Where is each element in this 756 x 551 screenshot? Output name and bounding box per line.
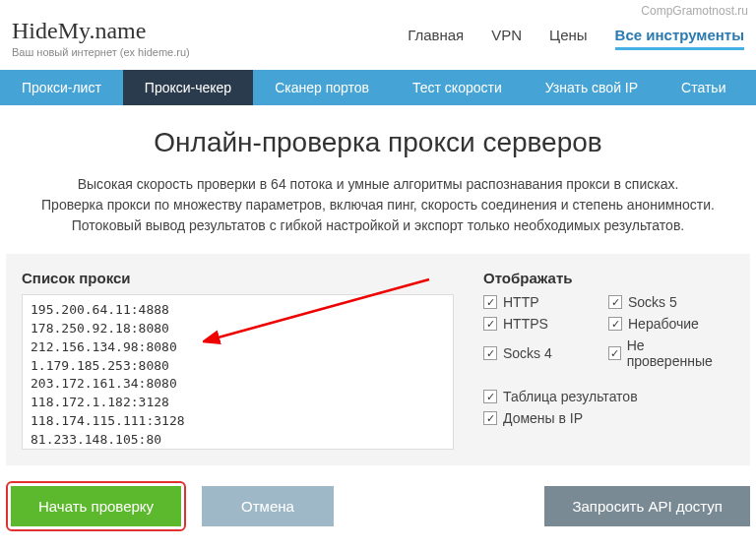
check-icon: ✓ (608, 346, 621, 360)
description: Высокая скорость проверки в 64 потока и … (0, 174, 756, 254)
opt-socks5[interactable]: ✓Socks 5 (608, 294, 722, 310)
opt-https[interactable]: ✓HTTPS (483, 316, 597, 332)
check-icon: ✓ (483, 390, 497, 403)
subnav-proxy-list[interactable]: Прокси-лист (0, 70, 123, 105)
button-row: Начать проверку Отмена Запросить API дос… (0, 465, 756, 531)
subnav-proxy-checker[interactable]: Прокси-чекер (123, 70, 253, 105)
start-highlight: Начать проверку (6, 481, 186, 531)
nav-vpn[interactable]: VPN (491, 27, 522, 50)
logo-main: HideMy.name (12, 18, 190, 44)
opt-unchecked[interactable]: ✓Не проверенные (608, 337, 722, 369)
watermark: CompGramotnost.ru (641, 4, 748, 18)
check-icon: ✓ (483, 411, 497, 425)
check-icon: ✓ (608, 295, 622, 309)
subnav-my-ip[interactable]: Узнать свой IP (524, 70, 660, 105)
desc-line: Проверка прокси по множеству параметров,… (18, 195, 738, 215)
display-options: ✓HTTP ✓Socks 5 ✓HTTPS ✓Нерабочие ✓Socks … (483, 294, 734, 426)
opt-broken[interactable]: ✓Нерабочие (608, 316, 722, 332)
desc-line: Высокая скорость проверки в 64 потока и … (18, 174, 738, 195)
subnav-articles[interactable]: Статьи (660, 70, 747, 105)
opt-results-table[interactable]: ✓Таблица результатов (483, 389, 734, 404)
display-label: Отображать (483, 270, 734, 286)
desc-line: Потоковый вывод результатов с гибкой нас… (18, 215, 738, 236)
check-icon: ✓ (608, 317, 622, 331)
opt-http[interactable]: ✓HTTP (483, 294, 597, 310)
opt-socks4[interactable]: ✓Socks 4 (483, 337, 597, 369)
logo-sub: Ваш новый интернет (ex hideme.ru) (12, 46, 190, 58)
nav-prices[interactable]: Цены (549, 27, 588, 50)
proxy-list-label: Список прокси (22, 270, 454, 286)
nav-tools[interactable]: Все инструменты (615, 27, 744, 50)
page-title: Онлайн-проверка прокси серверов (0, 127, 756, 158)
logo[interactable]: HideMy.name Ваш новый интернет (ex hidem… (12, 18, 190, 58)
sub-nav: Прокси-лист Прокси-чекер Сканер портов Т… (0, 70, 756, 105)
subnav-port-scanner[interactable]: Сканер портов (253, 70, 391, 105)
check-icon: ✓ (483, 317, 497, 331)
checker-panel: Список прокси 195.200.64.11:4888 178.250… (6, 254, 750, 465)
nav-main[interactable]: Главная (408, 27, 464, 50)
subnav-speed-test[interactable]: Тест скорости (391, 70, 524, 105)
check-icon: ✓ (483, 295, 497, 309)
opt-domains-ip[interactable]: ✓Домены в IP (483, 410, 734, 426)
top-nav: Главная VPN Цены Все инструменты (408, 27, 744, 50)
cancel-button[interactable]: Отмена (202, 486, 334, 526)
check-icon: ✓ (483, 346, 497, 360)
start-check-button[interactable]: Начать проверку (11, 486, 181, 526)
proxy-list-input[interactable]: 195.200.64.11:4888 178.250.92.18:8080 21… (22, 294, 454, 450)
request-api-button[interactable]: Запросить API доступ (544, 486, 750, 526)
